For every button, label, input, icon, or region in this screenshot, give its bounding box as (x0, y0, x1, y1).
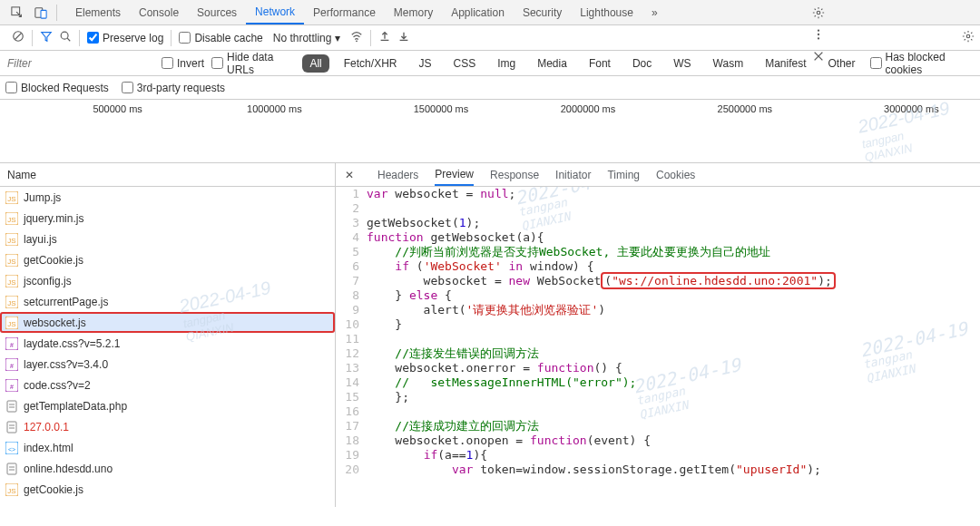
type-wasm[interactable]: Wasm (706, 54, 751, 73)
separator (370, 30, 371, 46)
request-row[interactable]: <>index.html (0, 437, 335, 458)
type-fetch-xhr[interactable]: Fetch/XHR (337, 54, 405, 73)
blocked-requests-checkbox[interactable]: Blocked Requests (5, 82, 109, 94)
tab-network[interactable]: Network (246, 0, 304, 24)
invert-checkbox[interactable]: Invert (162, 57, 204, 70)
file-name: getCookie.js (24, 483, 83, 496)
type-css[interactable]: CSS (446, 54, 483, 73)
request-row[interactable]: JSjquery.min.js (0, 208, 335, 229)
timeline-tick: 1000000 ms (247, 103, 302, 114)
timeline[interactable]: 500000 ms1000000 ms1500000 ms2000000 ms2… (0, 100, 980, 163)
file-name: setcurrentPage.js (24, 296, 108, 308)
disable-cache-label: Disable cache (194, 32, 262, 44)
filter-bar-2: Blocked Requests 3rd-party requests (0, 76, 980, 100)
inspect-icon[interactable] (10, 5, 24, 20)
gear-icon[interactable] (811, 5, 826, 20)
clear-icon[interactable] (12, 30, 24, 45)
has-blocked-cookies-checkbox[interactable]: Has blocked cookies (870, 51, 975, 76)
download-icon[interactable] (397, 30, 410, 45)
request-row[interactable]: JSlayui.js (0, 229, 335, 249)
code-line: 12 //连接发生错误的回调方法 (336, 346, 980, 361)
file-type-icon (5, 463, 18, 475)
svg-point-3 (818, 11, 821, 15)
file-name: online.hdesdd.uno (24, 463, 113, 475)
svg-text:JS: JS (7, 278, 15, 287)
tabs-overflow[interactable]: » (642, 0, 667, 24)
request-row[interactable]: JSsetcurrentPage.js (0, 291, 335, 312)
tab-elements[interactable]: Elements (66, 0, 130, 24)
tab-performance[interactable]: Performance (304, 0, 385, 24)
code-line: 20 var token=window.sessionStorage.getIt… (336, 463, 980, 477)
file-name: code.css?v=2 (24, 379, 91, 392)
wifi-icon[interactable] (350, 30, 363, 45)
close-detail-icon[interactable]: ✕ (345, 169, 361, 181)
tab-console[interactable]: Console (130, 0, 188, 24)
request-row[interactable]: online.hdesdd.uno (0, 458, 335, 479)
type-js[interactable]: JS (411, 54, 438, 73)
detail-panel: ✕ Headers Preview Response Initiator Tim… (336, 163, 980, 507)
disable-cache-checkbox[interactable]: Disable cache (179, 32, 262, 44)
tab-initiator[interactable]: Initiator (555, 169, 591, 181)
type-manifest[interactable]: Manifest (758, 54, 813, 73)
type-media[interactable]: Media (530, 54, 574, 73)
search-icon[interactable] (59, 30, 72, 45)
file-type-icon: # (5, 358, 18, 371)
file-name: Jump.js (24, 191, 61, 204)
svg-text:JS: JS (7, 195, 15, 203)
tab-sources[interactable]: Sources (188, 0, 246, 24)
tab-cookies[interactable]: Cookies (656, 169, 695, 181)
file-type-icon: # (5, 337, 18, 350)
tab-timing[interactable]: Timing (607, 169, 640, 181)
file-type-icon: JS (5, 212, 18, 225)
request-row[interactable]: #code.css?v=2 (0, 375, 335, 395)
type-font[interactable]: Font (582, 54, 618, 73)
detail-tabs: ✕ Headers Preview Response Initiator Tim… (336, 163, 980, 187)
throttling-select[interactable]: No throttling ▾ (270, 30, 344, 46)
request-row[interactable]: #layer.css?v=3.4.0 (0, 354, 335, 375)
type-img[interactable]: Img (490, 54, 523, 73)
type-ws[interactable]: WS (666, 54, 698, 73)
tab-response[interactable]: Response (490, 169, 539, 181)
devtools-top-bar: Elements Console Sources Network Perform… (0, 0, 980, 25)
file-name: layui.js (24, 233, 57, 246)
request-row[interactable]: JSgetCookie.js (0, 479, 335, 500)
hide-data-urls-checkbox[interactable]: Hide data URLs (211, 51, 295, 76)
filter-input[interactable] (5, 54, 154, 73)
filter-icon[interactable] (40, 30, 53, 45)
code-line: 15 }; (336, 390, 980, 404)
tab-headers[interactable]: Headers (377, 169, 418, 181)
request-row[interactable]: JSgetCookie.js (0, 249, 335, 270)
file-type-icon (5, 400, 18, 413)
svg-point-8 (61, 32, 68, 39)
preserve-log-checkbox[interactable]: Preserve log (87, 32, 163, 44)
tab-lighthouse[interactable]: Lighthouse (571, 0, 642, 24)
code-line: 19 if(a==1){ (336, 448, 980, 463)
device-toolbar-icon[interactable] (34, 5, 48, 20)
code-line: 3getWebsocket(1); (336, 216, 980, 230)
tab-application[interactable]: Application (442, 0, 514, 24)
third-party-checkbox[interactable]: 3rd-party requests (122, 82, 225, 94)
type-doc[interactable]: Doc (625, 54, 659, 73)
svg-text:JS: JS (7, 487, 15, 495)
code-preview[interactable]: 2022-04-19tangpanQIANXIN 2022-04-19tangp… (336, 187, 980, 507)
upload-icon[interactable] (378, 30, 391, 45)
tab-memory[interactable]: Memory (385, 0, 442, 24)
tab-security[interactable]: Security (514, 0, 571, 24)
request-row[interactable]: #laydate.css?v=5.2.1 (0, 333, 335, 354)
separator (79, 30, 80, 46)
tab-preview[interactable]: Preview (435, 163, 474, 186)
request-row[interactable]: getTemplateData.php (0, 395, 335, 416)
file-type-icon: JS (5, 296, 18, 308)
type-all[interactable]: All (302, 54, 328, 73)
timeline-tick: 500000 ms (93, 103, 142, 114)
kebab-icon[interactable] (811, 27, 826, 42)
request-row[interactable]: JSwebsocket.js (0, 312, 335, 333)
file-name: 127.0.0.1 (24, 421, 69, 433)
requests-panel: Name 2022-04-19tangpanQIANXIN JSJump.jsJ… (0, 163, 336, 507)
type-other[interactable]: Other (821, 54, 863, 73)
gear-icon[interactable] (962, 30, 975, 45)
request-row[interactable]: 127.0.0.1 (0, 416, 335, 437)
request-row[interactable]: JSjsconfig.js (0, 270, 335, 291)
name-column-header[interactable]: Name (0, 163, 335, 187)
request-row[interactable]: JSJump.js (0, 187, 335, 208)
